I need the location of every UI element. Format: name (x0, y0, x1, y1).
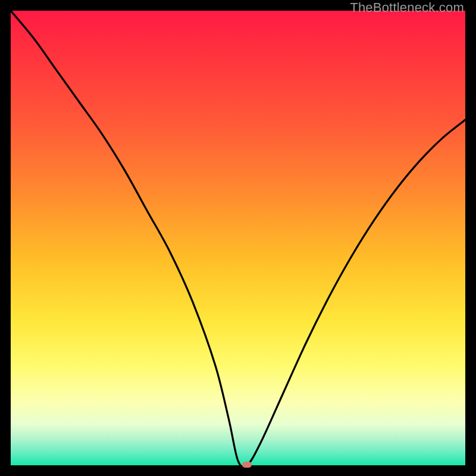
watermark-text: TheBottleneck.com (350, 0, 464, 15)
minimum-marker (242, 462, 252, 468)
bottleneck-curve (11, 11, 465, 465)
plot-area (11, 11, 465, 465)
bottleneck-chart: TheBottleneck.com (0, 0, 476, 476)
